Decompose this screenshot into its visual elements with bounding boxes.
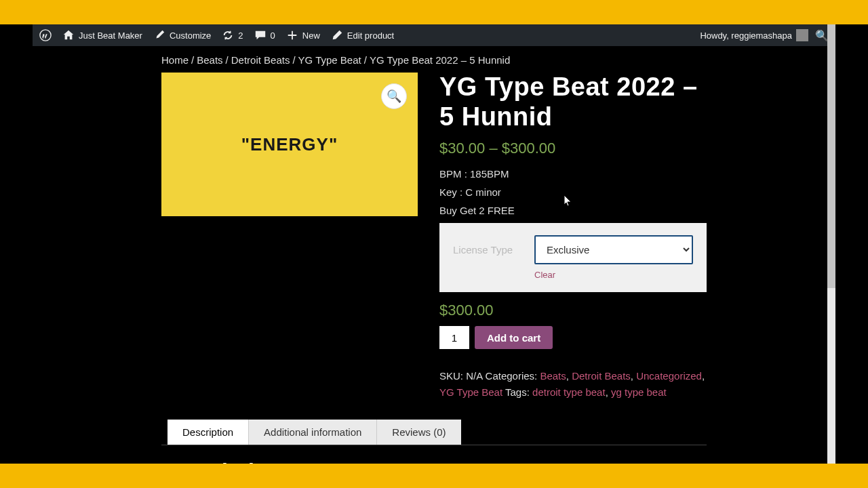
- bpm-line: BPM : 185BPM: [439, 168, 707, 180]
- admin-bar-left: Just Beat Maker Customize 2 0 New Edit p…: [39, 29, 394, 41]
- clear-link[interactable]: Clear: [534, 270, 693, 280]
- category-link[interactable]: Detroit Beats: [572, 370, 631, 382]
- breadcrumb-current: YG Type Beat 2022 – 5 Hunnid: [370, 54, 510, 66]
- single-price: $300.00: [439, 302, 707, 319]
- product-image-text: "ENERGY": [241, 134, 338, 155]
- tab-description[interactable]: Description: [167, 420, 248, 445]
- quantity-input[interactable]: [439, 326, 469, 349]
- variation-row: License Type Exclusive: [453, 235, 693, 264]
- breadcrumb-sep: /: [226, 54, 229, 66]
- scrollbar-thumb[interactable]: [827, 24, 835, 288]
- tags-label: Tags:: [502, 386, 532, 398]
- howdy-link[interactable]: Howdy, reggiemashapa: [700, 29, 808, 41]
- tag-link[interactable]: yg type beat: [611, 386, 667, 398]
- new-text: New: [302, 30, 320, 41]
- breadcrumb-sep: /: [191, 54, 194, 66]
- avatar: [796, 29, 808, 41]
- category-link[interactable]: Uncategorized: [636, 370, 702, 382]
- tab-reviews[interactable]: Reviews (0): [376, 420, 460, 445]
- key-line: Key : C minor: [439, 186, 707, 198]
- brush-icon: [153, 29, 165, 41]
- letterbox-top: [0, 0, 868, 24]
- scrollbar-track[interactable]: [827, 24, 835, 464]
- updates-count: 2: [238, 30, 243, 41]
- edit-product-text: Edit product: [347, 30, 394, 41]
- sku-value: N/A: [466, 370, 482, 382]
- tag-link[interactable]: detroit type beat: [532, 386, 606, 398]
- categories-label: Categories:: [482, 370, 540, 382]
- customize-link[interactable]: Customize: [153, 29, 211, 41]
- meta-section: SKU: N/A Categories: Beats, Detroit Beat…: [439, 368, 707, 401]
- wp-logo[interactable]: [39, 29, 52, 41]
- customize-text: Customize: [170, 30, 211, 41]
- updates-link[interactable]: 2: [222, 29, 243, 41]
- breadcrumb: Home/Beats/Detroit Beats/YG Type Beat/YG…: [161, 54, 707, 66]
- page-content: Home/Beats/Detroit Beats/YG Type Beat/YG…: [33, 46, 835, 464]
- license-type-select[interactable]: Exclusive: [534, 235, 693, 264]
- product-info: YG Type Beat 2022 – 5 Hunnid $30.00 – $3…: [439, 73, 707, 401]
- letterbox-bottom: [0, 464, 868, 488]
- admin-bar-right: Howdy, reggiemashapa 🔍: [700, 29, 829, 42]
- edit-product-link[interactable]: Edit product: [331, 29, 394, 41]
- product-image[interactable]: "ENERGY" 🔍: [161, 73, 418, 216]
- site-name-text: Just Beat Maker: [79, 30, 142, 41]
- tab-additional-info[interactable]: Additional information: [248, 420, 376, 445]
- zoom-button[interactable]: 🔍: [381, 83, 407, 109]
- breadcrumb-item[interactable]: Detroit Beats: [231, 54, 290, 66]
- product-title: YG Type Beat 2022 – 5 Hunnid: [439, 73, 707, 131]
- pencil-icon: [331, 29, 343, 41]
- comment-icon: [254, 29, 267, 41]
- breadcrumb-item[interactable]: YG Type Beat: [298, 54, 361, 66]
- category-link[interactable]: Beats: [540, 370, 566, 382]
- magnify-icon: 🔍: [387, 89, 401, 104]
- svg-point-0: [40, 30, 51, 41]
- sku-label: SKU:: [439, 370, 466, 382]
- add-to-cart-button[interactable]: Add to cart: [475, 326, 553, 349]
- breadcrumb-item[interactable]: Beats: [197, 54, 222, 66]
- admin-search[interactable]: 🔍: [815, 29, 829, 42]
- home-icon: [62, 29, 75, 41]
- plus-icon: [286, 29, 298, 41]
- price-range: $30.00 – $300.00: [439, 140, 707, 157]
- tabs-row: Description Description Additional infor…: [161, 420, 707, 445]
- page-viewport: Just Beat Maker Customize 2 0 New Edit p…: [33, 24, 835, 464]
- search-icon: 🔍: [815, 29, 829, 42]
- new-link[interactable]: New: [286, 29, 320, 41]
- comments-count: 0: [271, 30, 275, 41]
- breadcrumb-sep: /: [292, 54, 295, 66]
- product-row: "ENERGY" 🔍 YG Type Beat 2022 – 5 Hunnid …: [161, 73, 707, 401]
- description-heading: Description: [161, 459, 707, 464]
- wordpress-icon: [39, 29, 52, 41]
- comments-link[interactable]: 0: [254, 29, 275, 41]
- howdy-text: Howdy, reggiemashapa: [700, 30, 792, 41]
- cart-row: Add to cart: [439, 326, 707, 349]
- breadcrumb-sep: /: [364, 54, 367, 66]
- wp-admin-bar: Just Beat Maker Customize 2 0 New Edit p…: [33, 24, 835, 46]
- variation-label: License Type: [453, 244, 521, 256]
- site-name-link[interactable]: Just Beat Maker: [62, 29, 142, 41]
- refresh-icon: [222, 29, 234, 41]
- promo-line: Buy Get 2 FREE: [439, 205, 707, 216]
- category-link[interactable]: YG Type Beat: [439, 386, 502, 398]
- breadcrumb-item[interactable]: Home: [161, 54, 189, 66]
- variation-box: License Type Exclusive Clear: [439, 223, 707, 292]
